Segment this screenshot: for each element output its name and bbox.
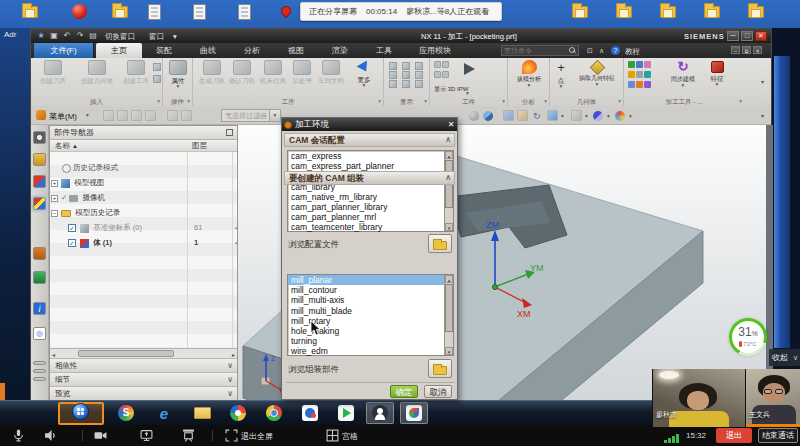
list-item[interactable]: cam_part_planner_library	[288, 202, 453, 212]
doc-restore-button[interactable]: ⧉	[742, 46, 751, 54]
share-screen-icon[interactable]	[140, 429, 153, 442]
maximize-button[interactable]: □	[741, 31, 753, 41]
scroll-left-icon[interactable]: ◂	[52, 351, 55, 358]
print-icon[interactable]: ▤	[88, 31, 98, 41]
checkbox-checked[interactable]: ✓	[68, 224, 76, 232]
expand-icon[interactable]: +	[51, 195, 58, 202]
verify-toolpath-button[interactable]: 确认刀轨	[226, 60, 258, 84]
scroll-down-icon[interactable]: ▾	[445, 347, 453, 355]
taskbar-icon-browser-2[interactable]	[400, 402, 428, 424]
taskbar-icon-app-s[interactable]: S	[112, 402, 140, 424]
tab-view[interactable]: 视图	[274, 43, 318, 58]
tab-file[interactable]: 文件(F)	[34, 43, 94, 58]
list-item[interactable]: cam_teamcenter_library	[288, 222, 453, 232]
search-input[interactable]	[502, 47, 569, 54]
list-item[interactable]: cam_express_part_planner	[288, 161, 453, 171]
scrollbar-thumb[interactable]	[445, 284, 453, 332]
exit-fullscreen-icon[interactable]	[225, 429, 238, 442]
create-operation-button[interactable]: 创建工序	[119, 60, 153, 84]
internet-explorer-icon[interactable]: i	[33, 302, 46, 315]
assembly-navigator-icon[interactable]	[33, 153, 46, 166]
window-view-icon[interactable]	[503, 110, 514, 121]
expand-icon[interactable]: +	[51, 180, 58, 187]
exit-button[interactable]: 退出	[716, 428, 752, 443]
display-icon-column[interactable]	[414, 61, 424, 89]
machine-sim-button[interactable]: 机床仿真	[256, 60, 290, 84]
collapse-icon[interactable]: −	[51, 210, 58, 217]
tab-render[interactable]: 渲染	[318, 43, 362, 58]
taskbar-icon-360-browser[interactable]	[224, 402, 252, 424]
help-icon[interactable]: ?	[611, 46, 620, 55]
section-details[interactable]: 细节∨	[50, 372, 237, 386]
mic-icon[interactable]	[12, 429, 25, 442]
show-3d-ipw-button[interactable]: 显示 3D IPW	[434, 86, 504, 93]
desktop-folder-icon[interactable]	[704, 6, 720, 18]
draft-analysis-button[interactable]: 拔模分析 ▾	[510, 60, 548, 88]
projector-screen-icon[interactable]	[182, 429, 195, 442]
create-tool-button[interactable]: 创建刀具	[33, 60, 73, 84]
desktop-folder-icon[interactable]	[22, 6, 38, 18]
desktop-document-icon[interactable]	[238, 4, 251, 20]
checkbox-checked[interactable]: ✓	[68, 239, 76, 247]
effects-icon[interactable]	[615, 111, 625, 121]
workpiece-icon-grid[interactable]	[434, 61, 456, 81]
render-style-icon[interactable]	[483, 111, 493, 121]
sync-modeling-button[interactable]: ↻ 同步建模 ▾	[666, 60, 700, 88]
taskbar-icon-chrome[interactable]	[260, 402, 288, 424]
feature-button[interactable]: 特征 ▾	[704, 60, 730, 87]
scene-view-icon[interactable]	[517, 110, 528, 121]
undo-icon[interactable]: ↶	[62, 31, 72, 41]
palette-splitter[interactable]	[33, 361, 46, 365]
scroll-up-icon[interactable]: ▴	[445, 151, 453, 159]
grid-view-icon[interactable]	[326, 429, 339, 442]
tree-row-datum-csys[interactable]: ✓ 基准坐标系 (0) 61 ✓	[50, 220, 237, 235]
tree-row-model-history[interactable]: − 模型历史记录	[50, 205, 237, 220]
history-palette-icon[interactable]	[33, 271, 46, 284]
cam-setup-listbox[interactable]: mill_planar mill_contour mill_multi-axis…	[287, 274, 454, 356]
taskbar-icon-video-app[interactable]	[332, 402, 360, 424]
dialog-close-icon[interactable]: ✕	[445, 118, 457, 131]
desktop-document-icon[interactable]	[148, 4, 161, 20]
snap-point-icon[interactable]	[167, 110, 178, 121]
taskbar-icon-file-explorer[interactable]	[188, 402, 216, 424]
browse-config-button[interactable]	[428, 234, 452, 253]
post-process-button[interactable]: 后处理	[288, 60, 316, 84]
cam-setup-header[interactable]: 要创建的 CAM 组装∧	[284, 171, 455, 185]
list-item[interactable]: mill_multi-axis	[288, 295, 453, 305]
taskbar-icon-internet-explorer[interactable]: e	[150, 402, 178, 424]
close-button[interactable]: ✕	[755, 31, 767, 41]
dialog-titlebar[interactable]: 加工环境 ✕	[282, 118, 457, 131]
insert-extra-icon[interactable]	[153, 63, 161, 71]
palette-splitter[interactable]	[33, 369, 46, 373]
section-dependencies[interactable]: 相依性∨	[50, 358, 237, 372]
cam-config-listbox[interactable]: cam_express cam_express_part_planner cam…	[287, 150, 454, 232]
collapse-ribbon-icon[interactable]: ∧	[599, 46, 604, 55]
desktop-document-icon[interactable]	[193, 4, 206, 20]
machining-tools-icon-grid[interactable]	[628, 61, 662, 91]
snap-point-icon[interactable]	[145, 110, 156, 121]
tutorial-button[interactable]: 教程	[625, 47, 640, 57]
list-item-selected[interactable]: mill_planar	[288, 275, 453, 285]
notes-icon[interactable]: ◎	[33, 327, 46, 340]
tree-row-cameras[interactable]: + ✓ 摄像机	[50, 190, 237, 205]
camera-icon[interactable]	[94, 429, 107, 442]
speaker-icon[interactable]	[44, 429, 57, 442]
vertical-scrollbar[interactable]: ▴ ▾	[444, 275, 453, 355]
redo-icon[interactable]: ↷	[75, 31, 85, 41]
desktop-folder-icon[interactable]	[572, 6, 588, 18]
scroll-down-icon[interactable]: ▾	[445, 223, 453, 231]
list-item[interactable]: wire_edm	[288, 346, 453, 356]
quick-access-star-icon[interactable]: ★	[36, 31, 46, 41]
refresh-view-icon[interactable]: ↻	[533, 111, 541, 121]
snap-point-icon[interactable]	[117, 110, 128, 121]
point-button[interactable]: + 点 ▾	[552, 60, 570, 89]
tab-home[interactable]: 主页	[96, 43, 142, 58]
ok-button[interactable]: 确定	[390, 385, 418, 398]
horizontal-scrollbar[interactable]: ◂ ▸	[50, 348, 237, 358]
shaded-view-icon[interactable]	[469, 111, 479, 121]
start-button[interactable]	[72, 403, 89, 420]
section-preview[interactable]: 预览∨	[50, 386, 237, 400]
properties-button[interactable]: 属性 ▾	[166, 60, 190, 89]
tab-analysis[interactable]: 分析	[230, 43, 274, 58]
webcam-feed-participant-2[interactable]: 王文兵	[745, 369, 800, 427]
